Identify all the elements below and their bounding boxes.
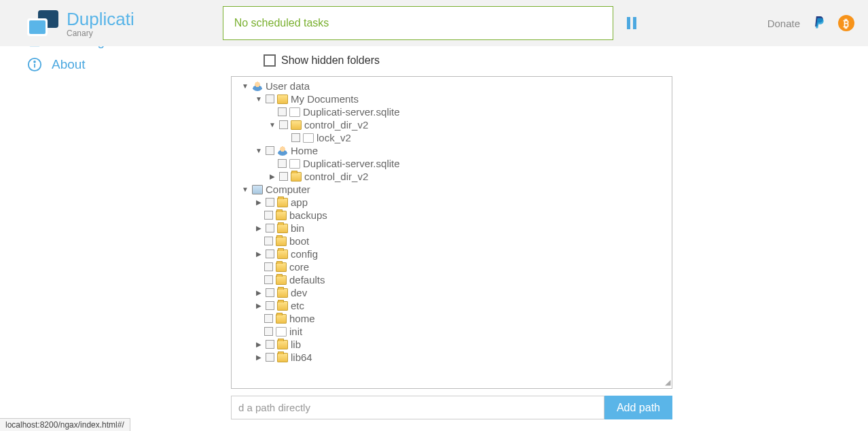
- toggle-icon[interactable]: ▶: [268, 173, 276, 180]
- nav-about-label: About: [52, 57, 86, 72]
- tree-backups[interactable]: backups: [232, 209, 672, 222]
- app-name: Duplicati: [67, 9, 134, 30]
- toggle-icon[interactable]: ▼: [268, 121, 276, 128]
- add-path-button[interactable]: Add path: [604, 396, 672, 419]
- tree-etc[interactable]: ▶etc: [232, 299, 672, 312]
- tree-my-documents[interactable]: ▼My Documents: [232, 92, 672, 105]
- toggle-icon[interactable]: ▶: [255, 341, 263, 348]
- folder-icon: [276, 314, 287, 324]
- checkbox[interactable]: [264, 211, 273, 220]
- hidden-folders-checkbox[interactable]: [264, 54, 276, 67]
- tree-init[interactable]: init: [232, 325, 672, 338]
- folder-tree[interactable]: ▼User data ▼My Documents Duplicati-serve…: [231, 76, 672, 389]
- nav-about[interactable]: About: [27, 53, 204, 76]
- tree-home[interactable]: home: [232, 312, 672, 325]
- checkbox[interactable]: [264, 327, 273, 336]
- path-input[interactable]: d a path directly: [231, 396, 604, 419]
- folder-icon: [276, 262, 287, 272]
- tree-file[interactable]: lock_v2: [232, 131, 672, 144]
- logo[interactable]: Duplicati Canary: [27, 9, 134, 38]
- tree-config[interactable]: ▶config: [232, 247, 672, 260]
- tree-file[interactable]: Duplicati-server.sqlite: [232, 157, 672, 170]
- checkbox[interactable]: [266, 301, 274, 310]
- folder-icon: [277, 340, 288, 349]
- tree-user-data[interactable]: ▼User data: [232, 80, 672, 92]
- checkbox[interactable]: [266, 353, 274, 362]
- tree-core[interactable]: core: [232, 260, 672, 273]
- path-row: d a path directly Add path: [231, 396, 672, 419]
- tree-dev[interactable]: ▶dev: [232, 286, 672, 299]
- tree-computer[interactable]: ▼Computer: [232, 183, 672, 196]
- tree-app[interactable]: ▶app: [232, 196, 672, 209]
- folder-icon: [276, 237, 287, 246]
- folder-icon: [276, 211, 287, 220]
- tree-control-dir[interactable]: ▼control_dir_v2: [232, 118, 672, 131]
- folder-icon: [291, 172, 302, 182]
- checkbox[interactable]: [266, 224, 274, 232]
- user-icon: [252, 82, 263, 91]
- info-icon: [27, 57, 42, 72]
- tree-lib[interactable]: ▶lib: [232, 338, 672, 351]
- tree-boot[interactable]: boot: [232, 235, 672, 247]
- paypal-icon[interactable]: [812, 15, 826, 31]
- tree-bin[interactable]: ▶bin: [232, 222, 672, 235]
- file-icon: [289, 159, 300, 169]
- toggle-icon[interactable]: ▶: [255, 224, 263, 232]
- checkbox[interactable]: [266, 340, 274, 349]
- folder-icon: [277, 353, 288, 362]
- main-content: Show hidden folders ▼User data ▼My Docum…: [231, 54, 693, 431]
- computer-icon: [252, 185, 263, 194]
- folder-icon: [277, 198, 288, 207]
- tree-home[interactable]: ▼Home: [232, 144, 672, 157]
- user-icon: [277, 146, 288, 156]
- checkbox[interactable]: [278, 159, 287, 168]
- checkbox[interactable]: [264, 237, 273, 245]
- checkbox[interactable]: [266, 288, 274, 297]
- checkbox[interactable]: [266, 249, 274, 258]
- tree-lib64[interactable]: ▶lib64: [232, 351, 672, 364]
- folder-icon: [277, 288, 288, 298]
- file-icon: [276, 327, 287, 337]
- tree-file[interactable]: Duplicati-server.sqlite: [232, 105, 672, 118]
- toggle-icon[interactable]: ▶: [255, 250, 263, 258]
- status-box: No scheduled tasks: [223, 6, 613, 40]
- folder-icon: [276, 275, 287, 285]
- toggle-icon[interactable]: ▶: [255, 302, 263, 309]
- folder-icon: [291, 120, 302, 130]
- toggle-icon[interactable]: ▼: [241, 82, 249, 90]
- folder-icon: [277, 94, 288, 104]
- folder-icon: [277, 224, 288, 233]
- donate-link[interactable]: Donate: [767, 18, 800, 29]
- hidden-folders-row[interactable]: Show hidden folders: [264, 54, 672, 67]
- toggle-icon[interactable]: ▶: [255, 199, 263, 206]
- tree-defaults[interactable]: defaults: [232, 273, 672, 286]
- checkbox[interactable]: [279, 120, 288, 129]
- checkbox[interactable]: [291, 133, 300, 142]
- checkbox[interactable]: [264, 275, 273, 284]
- toggle-icon[interactable]: ▼: [241, 186, 249, 193]
- checkbox[interactable]: [278, 107, 287, 116]
- folder-icon: [277, 249, 288, 259]
- logo-icon: [27, 10, 60, 36]
- toggle-icon[interactable]: ▶: [255, 354, 263, 361]
- checkbox[interactable]: [264, 314, 273, 323]
- checkbox[interactable]: [264, 262, 273, 271]
- status-bar: localhost:8200/ngax/index.html#/: [0, 418, 130, 431]
- svg-point-5: [34, 61, 35, 63]
- folder-icon: [277, 301, 288, 311]
- bitcoin-icon[interactable]: ₿: [838, 15, 854, 31]
- app-subtitle: Canary: [67, 29, 134, 38]
- checkbox[interactable]: [266, 146, 274, 155]
- checkbox[interactable]: [279, 172, 288, 181]
- resize-handle[interactable]: ◢: [665, 378, 670, 387]
- toggle-icon[interactable]: ▶: [255, 289, 263, 296]
- file-icon: [303, 133, 314, 143]
- hidden-folders-label: Show hidden folders: [281, 54, 380, 67]
- toggle-icon[interactable]: ▼: [255, 95, 263, 103]
- checkbox[interactable]: [266, 94, 274, 103]
- pause-button[interactable]: [627, 17, 636, 29]
- file-icon: [289, 107, 300, 117]
- toggle-icon[interactable]: ▼: [255, 147, 263, 154]
- checkbox[interactable]: [266, 198, 274, 207]
- tree-control-dir[interactable]: ▶control_dir_v2: [232, 170, 672, 183]
